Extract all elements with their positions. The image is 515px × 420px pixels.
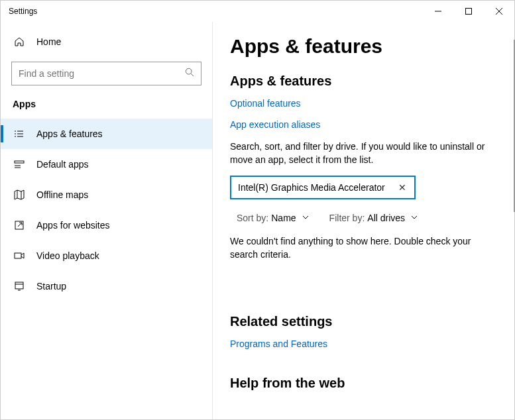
chevron-down-icon (302, 213, 310, 223)
scrollbar[interactable] (514, 40, 514, 212)
svg-rect-18 (15, 253, 21, 258)
programs-features-link[interactable]: Programs and Features (230, 339, 494, 349)
home-label: Home (36, 36, 61, 47)
home-button[interactable]: Home (1, 28, 212, 55)
search-box[interactable] (11, 62, 201, 85)
maximize-button[interactable] (453, 1, 484, 22)
home-icon (13, 36, 26, 47)
titlebar: Settings (1, 1, 514, 22)
sidebar-item-apps-features[interactable]: Apps & features (1, 119, 212, 149)
filter-by-dropdown[interactable]: Filter by: All drives (329, 213, 418, 223)
sort-label: Sort by: (237, 213, 268, 223)
sidebar-item-apps-websites[interactable]: Apps for websites (1, 210, 212, 240)
section-heading-apps: Apps & features (230, 74, 494, 89)
window-title: Settings (9, 7, 423, 16)
svg-point-4 (186, 68, 192, 74)
defaults-icon (13, 159, 26, 170)
list-icon (13, 129, 26, 139)
close-button[interactable] (484, 1, 514, 22)
svg-line-5 (191, 74, 194, 76)
sidebar-item-video-playback[interactable]: Video playback (1, 240, 212, 271)
sidebar-item-label: Apps for websites (36, 220, 110, 231)
sidebar: Home Apps Apps & features Default apps (1, 22, 213, 419)
svg-rect-12 (15, 161, 24, 163)
filter-label: Filter by: (329, 213, 365, 223)
clear-icon[interactable]: ✕ (396, 181, 409, 194)
description-text: Search, sort, and filter by drive. If yo… (230, 140, 494, 166)
app-search-box[interactable]: ✕ (230, 176, 416, 199)
window-controls (423, 1, 514, 22)
help-heading: Help from the web (230, 376, 494, 391)
sidebar-item-startup[interactable]: Startup (1, 271, 212, 301)
startup-icon (13, 281, 26, 291)
optional-features-link[interactable]: Optional features (230, 98, 494, 109)
sidebar-item-offline-maps[interactable]: Offline maps (1, 180, 212, 210)
app-search-input[interactable] (238, 182, 396, 193)
sidebar-item-label: Offline maps (36, 189, 88, 200)
no-results-text: We couldn't find anything to show here. … (230, 235, 494, 261)
chevron-down-icon (410, 213, 418, 223)
filter-value: All drives (367, 213, 405, 223)
sort-by-dropdown[interactable]: Sort by: Name (237, 213, 310, 223)
map-icon (13, 189, 26, 200)
sidebar-item-label: Video playback (36, 250, 99, 261)
sort-value: Name (271, 213, 296, 223)
sidebar-item-label: Default apps (36, 159, 89, 170)
svg-rect-1 (466, 9, 472, 15)
related-settings-heading: Related settings (230, 314, 494, 329)
sort-filter-row: Sort by: Name Filter by: All drives (230, 213, 494, 223)
sidebar-item-label: Startup (36, 281, 66, 291)
open-icon (13, 220, 26, 231)
minimize-button[interactable] (423, 1, 453, 22)
svg-rect-19 (15, 282, 23, 289)
app-execution-aliases-link[interactable]: App execution aliases (230, 119, 494, 130)
main-content: Apps & features Apps & features Optional… (213, 22, 514, 419)
page-title: Apps & features (230, 35, 494, 58)
search-input[interactable] (19, 68, 185, 79)
sidebar-item-default-apps[interactable]: Default apps (1, 149, 212, 180)
search-icon (185, 68, 194, 79)
sidebar-item-label: Apps & features (36, 129, 103, 139)
video-icon (13, 250, 26, 261)
section-label: Apps (1, 99, 212, 119)
